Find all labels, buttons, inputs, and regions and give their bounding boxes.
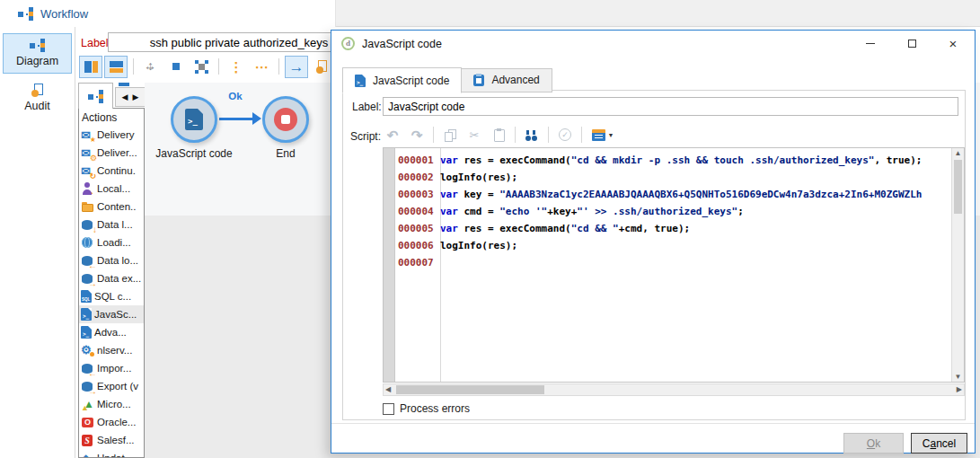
code-segment: var [440, 189, 458, 200]
tab-javascript-code[interactable]: JavaScript code [342, 67, 462, 93]
action-item-loading[interactable]: Loadi... [79, 233, 144, 251]
node-end[interactable] [262, 96, 309, 143]
fit-selection-button[interactable] [190, 56, 213, 78]
validate-button[interactable]: ✓ [555, 125, 575, 145]
code-segment: +cmd, true); [619, 223, 690, 234]
line-number: 000006 [395, 237, 440, 254]
cut-button[interactable]: ✂ [464, 125, 484, 145]
format-menu-icon [592, 129, 605, 141]
code-segment: var [440, 223, 458, 234]
action-item-data-lo[interactable]: Data lo... [79, 251, 144, 269]
copy-button[interactable] [440, 125, 460, 145]
action-item-continue[interactable]: Continu. [79, 162, 144, 180]
dialog-label-input[interactable] [383, 97, 958, 116]
action-item-delivery[interactable]: Delivery [79, 126, 144, 144]
script-doc-icon [355, 75, 366, 87]
scroll-up-icon[interactable]: ▲ [952, 149, 964, 157]
gear-icon [81, 344, 94, 357]
action-item-label: Data l... [97, 219, 133, 230]
actions-panel: Actions Delivery Deliver... Continu. Loc… [78, 108, 145, 458]
edge-line[interactable] [219, 118, 254, 120]
update-icon [81, 452, 94, 458]
editor-horizontal-scrollbar[interactable]: ◀ ▶ [383, 383, 965, 396]
code-text: logInfo(res); [440, 237, 517, 254]
actions-header: Actions [79, 109, 144, 126]
process-errors-checkbox[interactable] [383, 403, 394, 415]
action-item-advanced[interactable]: Adva... [79, 323, 144, 341]
node-javascript-code[interactable] [171, 96, 217, 143]
action-item-label: SQL c... [94, 291, 131, 302]
node-label-end: End [245, 147, 326, 160]
scroll-down-icon[interactable]: ▼ [952, 373, 964, 381]
editor-gutter [384, 148, 395, 382]
scroll-left-icon[interactable]: ◀ [385, 385, 391, 393]
code-text: var res = execCommand("cd && mkdir -p .s… [440, 152, 922, 169]
code-line: 000005 var res = execCommand("cd && "+cm… [395, 220, 950, 237]
find-button[interactable] [522, 125, 542, 145]
code-segment: "echo '" [499, 206, 547, 217]
audit-icon [31, 84, 44, 97]
run-button[interactable]: → [285, 56, 308, 78]
action-item-data-ex[interactable]: Data ex... [79, 269, 144, 287]
scroll-right-icon[interactable]: ▶ [957, 385, 962, 393]
toolbar-separator [433, 127, 434, 143]
action-item-content[interactable]: Conten.. [79, 198, 144, 216]
close-button[interactable]: × [932, 31, 974, 57]
action-item-oracle[interactable]: Oracle... [79, 413, 144, 431]
mail-star-icon [81, 128, 94, 142]
hidden-tab-indicator [119, 83, 129, 86]
action-item-javascript[interactable]: JavaSc... [79, 305, 144, 323]
actions-panel-tab[interactable] [78, 83, 113, 109]
action-item-nlserver[interactable]: nlserv... [79, 341, 144, 359]
code-segment: key = [458, 189, 499, 200]
action-item-import[interactable]: Impor... [79, 359, 144, 377]
cancel-button[interactable]: Cancel [911, 433, 967, 454]
maximize-button[interactable] [891, 31, 932, 57]
tab-workflow[interactable]: Workflow [0, 0, 336, 27]
minimize-button[interactable] [850, 31, 891, 57]
script-editor[interactable]: 000001 var res = execCommand("cd && mkdi… [383, 147, 965, 383]
redo-icon: ↷ [411, 128, 423, 142]
vertical-dots-button[interactable]: ⋮ [225, 56, 248, 78]
workflow-icon [88, 90, 103, 103]
action-item-export[interactable]: Export (v [79, 377, 144, 395]
line-number: 000001 [395, 152, 440, 169]
action-item-local[interactable]: Local... [79, 180, 144, 198]
action-item-label: Delivery [97, 129, 135, 140]
arrows-out-button[interactable] [139, 56, 163, 78]
vertical-scroll-thumb[interactable] [954, 160, 962, 214]
paste-button[interactable] [489, 125, 508, 145]
close-icon: × [949, 37, 958, 50]
line-number: 000005 [395, 220, 440, 237]
action-item-sql[interactable]: SQL c... [79, 287, 144, 305]
minimize-icon [866, 43, 875, 44]
code-segment: ; [737, 206, 744, 217]
action-item-salesforce[interactable]: Salesf... [79, 431, 144, 449]
small-square-button[interactable] [164, 56, 188, 78]
toolbar-separator [581, 127, 582, 143]
next-arrow-icon[interactable]: ▶ [133, 92, 139, 101]
action-item-data-l[interactable]: Data l... [79, 216, 144, 233]
tab-advanced[interactable]: Advanced [462, 68, 552, 92]
paste-icon [493, 128, 504, 141]
horizontal-scroll-thumb[interactable] [396, 385, 544, 394]
redo-button[interactable]: ↷ [407, 125, 427, 145]
layout-horizontal-button[interactable] [104, 56, 128, 78]
sidebar-item-audit[interactable]: Audit [3, 78, 72, 119]
action-item-deliver[interactable]: Deliver... [79, 144, 144, 162]
action-item-label: Impor... [97, 363, 131, 374]
format-menu-button[interactable]: ▼ [588, 125, 617, 145]
editor-vertical-scrollbar[interactable]: ▲ ▼ [951, 148, 964, 382]
action-item-microsoft[interactable]: Micro... [79, 395, 144, 413]
mail-gear-icon [81, 146, 94, 160]
window-buttons: × [850, 31, 974, 57]
action-item-label: Continu. [97, 165, 136, 176]
layout-vertical-button[interactable] [79, 56, 102, 78]
ok-button[interactable]: Ok [843, 433, 904, 454]
undo-button[interactable]: ↶ [383, 125, 402, 145]
tab-label: Advanced [491, 74, 539, 86]
action-item-update[interactable]: Updat... [79, 449, 144, 458]
horizontal-dots-button[interactable]: ⋯ [250, 56, 273, 78]
prev-arrow-icon[interactable]: ◀ [122, 92, 128, 101]
sidebar-item-diagram[interactable]: Diagram [3, 33, 72, 74]
